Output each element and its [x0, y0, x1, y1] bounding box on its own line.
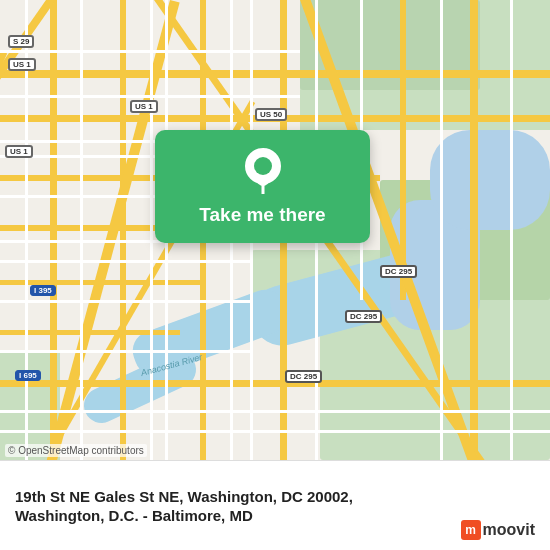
location-pin-icon	[243, 148, 283, 194]
cta-button[interactable]: Take me there	[155, 130, 370, 243]
address-line1: 19th St NE Gales St NE, Washington, DC 2…	[15, 488, 535, 505]
moovit-logo: m moovit	[461, 520, 535, 540]
osm-attribution: © OpenStreetMap contributors	[5, 444, 147, 457]
cta-label: Take me there	[199, 204, 325, 227]
moovit-brand-text: moovit	[483, 521, 535, 539]
map: US 1 US 1 US 1 US 50 I 395 I 695 DC 295 …	[0, 0, 550, 460]
svg-point-1	[254, 157, 272, 175]
info-bar: 19th St NE Gales St NE, Washington, DC 2…	[0, 460, 550, 550]
moovit-icon: m	[461, 520, 481, 540]
address-line2: Washington, D.C. - Baltimore, MD	[15, 507, 535, 524]
